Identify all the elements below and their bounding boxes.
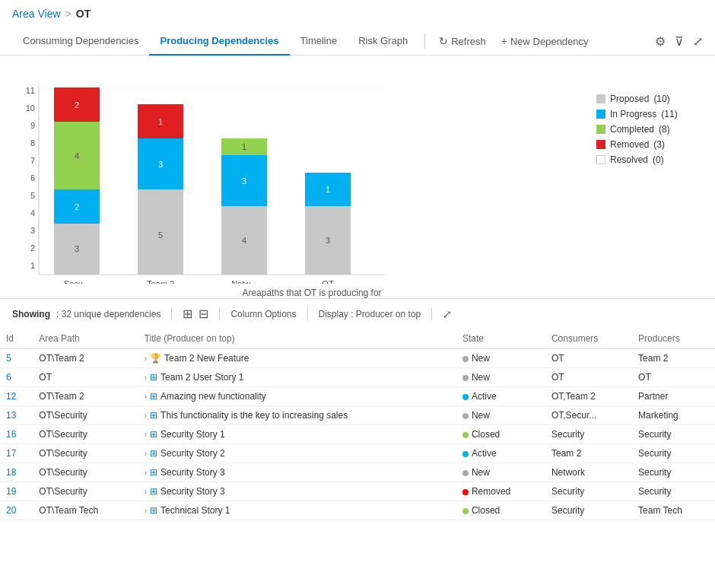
row-state: Closed: [456, 501, 545, 520]
id-link[interactable]: 5: [6, 353, 11, 364]
row-title: ›⊞Security Story 3: [138, 482, 456, 501]
id-link[interactable]: 6: [6, 372, 11, 383]
row-producers: OT: [632, 368, 715, 387]
row-area-path: OT\Team 2: [33, 349, 138, 368]
svg-text:2: 2: [75, 100, 79, 110]
id-link[interactable]: 12: [6, 391, 16, 402]
state-dot: [462, 489, 469, 495]
title-text: Security Story 3: [160, 486, 225, 497]
expand-row-button[interactable]: ›: [145, 412, 147, 420]
row-title: ›⊞Team 2 User Story 1: [138, 368, 456, 387]
svg-text:3: 3: [30, 226, 35, 235]
title-cell: ›⊞Security Story 2: [145, 448, 450, 459]
title-cell: ›⊞Security Story 3: [145, 467, 450, 478]
expand-row-button[interactable]: ›: [145, 431, 147, 439]
state-text: New: [472, 372, 490, 383]
refresh-button[interactable]: ↻ Refresh: [431, 29, 494, 53]
title-text: This functionality is the key to increas…: [160, 410, 348, 421]
state-text: Removed: [472, 486, 510, 497]
toolbar-sep4: [431, 308, 432, 320]
title-text: Team 2 New Feature: [164, 353, 249, 364]
row-consumers: Security: [545, 501, 632, 520]
breadcrumb-parent[interactable]: Area View: [12, 8, 61, 20]
tab-separator: [424, 33, 425, 49]
new-dependency-button[interactable]: + New Dependency: [494, 29, 596, 53]
board-icon: ⊞: [150, 448, 157, 459]
filter-icon[interactable]: ⊽: [675, 34, 684, 49]
svg-text:8: 8: [30, 138, 35, 148]
row-title: ›⊞Security Story 1: [138, 425, 456, 444]
expand-row-button[interactable]: ›: [145, 488, 147, 496]
svg-text:10: 10: [26, 103, 35, 113]
svg-text:2: 2: [30, 243, 35, 253]
expand-table-icon[interactable]: ⤢: [443, 308, 452, 320]
expand-all-button[interactable]: ⊞: [183, 307, 192, 321]
row-area-path: OT\Team Tech: [33, 501, 138, 520]
fullscreen-icon[interactable]: ⤢: [693, 34, 703, 49]
svg-text:6: 6: [30, 173, 35, 183]
tab-consuming-dependencies[interactable]: Consuming Dependencies: [12, 27, 149, 56]
row-state: Removed: [456, 482, 545, 501]
title-cell: ›⊞Security Story 3: [145, 486, 450, 497]
legend-resolved: Resolved (0): [596, 154, 703, 165]
state-dot: [462, 432, 469, 438]
expand-row-button[interactable]: ›: [145, 507, 147, 515]
legend-resolved-label: Resolved: [610, 154, 648, 165]
tab-timeline[interactable]: Timeline: [290, 27, 348, 56]
row-area-path: OT\Security: [33, 482, 138, 501]
table-row: 20OT\Team Tech›⊞Technical Story 1ClosedS…: [0, 501, 715, 520]
table-row: 6OT›⊞Team 2 User Story 1NewOTOT: [0, 368, 715, 387]
expand-row-button[interactable]: ›: [145, 354, 147, 363]
id-link[interactable]: 16: [6, 429, 16, 440]
svg-text:11: 11: [26, 86, 35, 95]
row-title: ›⊞Technical Story 1: [138, 501, 456, 520]
legend-in-progress: In Progress (11): [596, 109, 703, 119]
svg-text:4: 4: [30, 208, 35, 218]
display-label: Display : Producer on top: [319, 309, 421, 319]
board-icon: ⊞: [150, 410, 157, 421]
row-producers: Partner: [632, 387, 715, 406]
id-link[interactable]: 13: [6, 410, 16, 421]
svg-text:1: 1: [30, 261, 35, 270]
collapse-all-button[interactable]: ⊟: [199, 307, 208, 321]
legend-completed: Completed (8): [596, 124, 703, 135]
col-header-producers: Producers: [632, 329, 715, 349]
svg-text:OT: OT: [322, 279, 334, 284]
svg-text:4: 4: [75, 151, 79, 161]
row-state: New: [456, 463, 545, 482]
row-title: ›⊞Security Story 3: [138, 463, 456, 482]
row-id: 5: [0, 349, 33, 368]
id-link[interactable]: 18: [6, 467, 16, 478]
id-link[interactable]: 17: [6, 448, 16, 459]
legend-in-progress-color: [596, 110, 605, 119]
svg-text:1: 1: [158, 117, 163, 126]
expand-row-button[interactable]: ›: [145, 450, 147, 458]
state-text: New: [472, 353, 490, 364]
row-id: 13: [0, 406, 33, 425]
state-dot: [462, 413, 469, 419]
row-id: 18: [0, 463, 33, 482]
row-consumers: OT,Team 2: [545, 387, 632, 406]
state-text: New: [472, 410, 490, 421]
expand-row-button[interactable]: ›: [145, 393, 147, 401]
svg-text:9: 9: [30, 121, 35, 130]
expand-row-button[interactable]: ›: [145, 469, 147, 477]
tab-producing-dependencies[interactable]: Producing Dependencies: [149, 27, 289, 56]
id-link[interactable]: 20: [6, 505, 16, 516]
column-options-button[interactable]: Column Options: [230, 309, 296, 319]
breadcrumb-separator: >: [65, 8, 72, 20]
row-state: Closed: [456, 425, 545, 444]
board-icon: ⊞: [150, 391, 157, 402]
title-cell: ›⊞This functionality is the key to incre…: [145, 410, 450, 421]
legend-in-progress-count: (11): [661, 109, 677, 119]
row-id: 20: [0, 501, 33, 520]
settings-icon[interactable]: ⚙: [655, 34, 666, 49]
state-dot: [462, 451, 469, 457]
tab-risk-graph[interactable]: Risk Graph: [348, 27, 418, 56]
expand-row-button[interactable]: ›: [145, 373, 147, 382]
svg-text:3: 3: [326, 236, 330, 245]
tab-icon-group: ⚙ ⊽ ⤢: [655, 34, 703, 49]
id-link[interactable]: 19: [6, 486, 16, 497]
chart-title: Areapaths that OT is producing for: [43, 288, 581, 298]
title-text: Team 2 User Story 1: [160, 372, 243, 383]
